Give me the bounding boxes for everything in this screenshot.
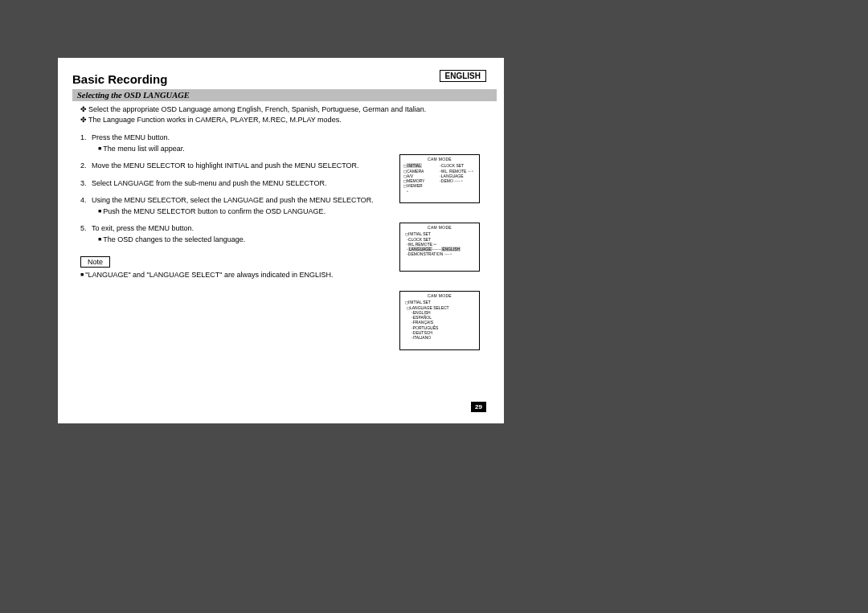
- intro-block: ✤Select the appropriate OSD Language amo…: [90, 104, 496, 125]
- manual-page: ENGLISH Basic Recording Selecting the OS…: [58, 58, 504, 423]
- step-item: 1.Press the MENU button. The menu list w…: [80, 133, 398, 154]
- osd-screen-1: CAM MODE ◻INITIAL ◦CLOCK SET ◻CAMERA ◦WL…: [399, 154, 480, 203]
- osd-screen-2: CAM MODE ◻INITIAL SET ◦CLOCK SET ◦WL.REM…: [399, 223, 480, 272]
- section-subtitle: Selecting the OSD LANGUAGE: [72, 89, 497, 101]
- step-item: 3.Select LANGUAGE from the sub-menu and …: [80, 178, 398, 190]
- step-item: 2.Move the MENU SELECTOR to highlight IN…: [80, 161, 398, 172]
- language-badge: ENGLISH: [440, 70, 486, 82]
- step-sub: The menu list will appear.: [98, 144, 398, 155]
- steps-list: 1.Press the MENU button. The menu list w…: [80, 133, 398, 245]
- step-sub: Push the MENU SELECTOR button to confirm…: [98, 206, 398, 218]
- osd-screen-3: CAM MODE ◻INITIAL SET ◻LANGUAGE SELECT ◦…: [399, 291, 480, 350]
- page-title: Basic Recording: [72, 72, 496, 86]
- step-item: 4.Using the MENU SELECTOR, select the LA…: [80, 195, 398, 217]
- step-item: 5.To exit, press the MENU button. The OS…: [80, 223, 398, 245]
- note-label: Note: [80, 256, 110, 268]
- osd-title: CAM MODE: [400, 223, 479, 231]
- osd-title: CAM MODE: [400, 155, 479, 163]
- note-text: "LANGUAGE" and "LANGUAGE SELECT" are alw…: [80, 271, 496, 279]
- step-sub: The OSD changes to the selected language…: [98, 235, 398, 246]
- intro-line: Select the appropriate OSD Language amon…: [88, 105, 426, 113]
- osd-title: CAM MODE: [400, 292, 479, 300]
- page-number: 29: [471, 402, 486, 412]
- intro-line: The Language Function works in CAMERA, P…: [88, 116, 342, 124]
